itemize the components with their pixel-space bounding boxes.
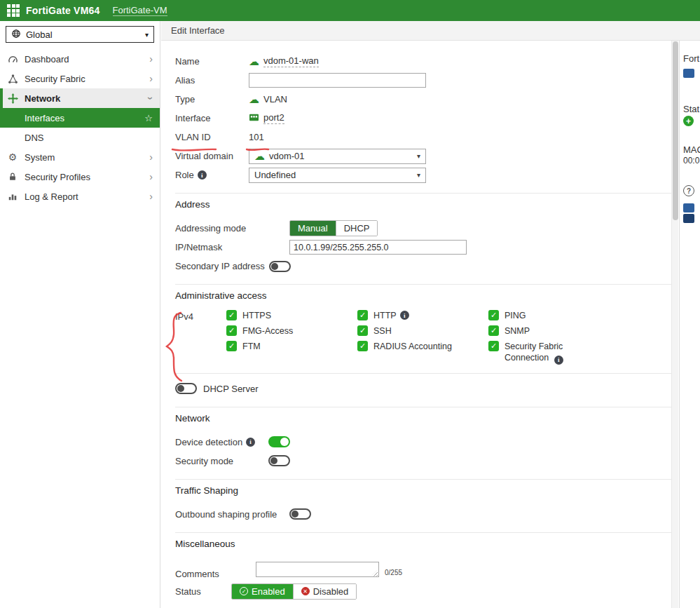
lock-icon: [7, 172, 18, 182]
option-label: HTTP: [373, 310, 397, 321]
dhcp-server-label: DHCP Server: [203, 384, 259, 394]
product-title: FortiGate VM64: [26, 5, 100, 16]
virtual-domain-row: Virtual domain ☁ vdom-01 ▾: [175, 147, 671, 165]
interface-label: Interface: [175, 113, 249, 123]
admin-access-option-fmg-access[interactable]: ✓ FMG-Access: [226, 325, 357, 337]
device-detection-label: Device detection: [175, 437, 242, 447]
comments-label: Comments: [175, 569, 256, 579]
vertical-scrollbar[interactable]: [671, 41, 678, 608]
option-label: FMG-Access: [242, 325, 293, 337]
role-row: Role i Undefined ▾: [175, 165, 671, 184]
type-value: VLAN: [263, 94, 287, 104]
dhcp-server-row: DHCP Server: [175, 379, 671, 398]
bar-chart-icon: [7, 191, 18, 201]
dhcp-server-toggle[interactable]: [175, 383, 197, 394]
ip-netmask-row: IP/Netmask: [175, 238, 671, 257]
right-panel-mac-label: MAC: [683, 144, 700, 155]
interface-value[interactable]: port2: [263, 112, 284, 124]
admin-access-option-radius-accounting[interactable]: ✓ RADIUS Accounting: [357, 341, 488, 352]
fortitelemetry-icon: [683, 69, 694, 78]
option-label: HTTPS: [242, 310, 271, 321]
option-label: FTM: [242, 341, 261, 352]
admin-access-option-ssh[interactable]: ✓ SSH: [357, 325, 488, 337]
role-label: Role: [175, 170, 194, 180]
vdom-selector[interactable]: Global ▾: [6, 26, 154, 43]
favorite-star-icon[interactable]: ☆: [144, 113, 153, 123]
fortinet-logo-icon: [7, 4, 20, 17]
admin-access-option-http[interactable]: ✓ HTTP i: [357, 310, 488, 321]
option-label: RADIUS Accounting: [373, 341, 452, 352]
admin-access-option-ping[interactable]: ✓ PING: [488, 310, 636, 321]
name-value[interactable]: vdom-01-wan: [263, 55, 319, 67]
status-row: Status ✓ Enabled ✕ Disabled: [175, 582, 671, 601]
addressing-mode-dhcp-button[interactable]: DHCP: [336, 221, 378, 236]
sidebar-item-security-fabric[interactable]: Security Fabric ›: [0, 69, 160, 88]
role-select[interactable]: Undefined ▾: [249, 168, 426, 183]
sidebar-item-label: DNS: [25, 133, 43, 143]
checkbox-checked-icon[interactable]: ✓: [226, 341, 237, 351]
checkbox-checked-icon[interactable]: ✓: [357, 310, 368, 320]
network-section-title: Network: [175, 413, 671, 426]
checkbox-checked-icon[interactable]: ✓: [488, 325, 499, 336]
sidebar-item-network[interactable]: Network ›: [0, 88, 160, 108]
admin-access-option-ftm[interactable]: ✓ FTM: [226, 341, 357, 352]
checkbox-checked-icon[interactable]: ✓: [357, 341, 368, 351]
checkbox-checked-icon[interactable]: ✓: [226, 310, 237, 320]
page-title: Edit Interface: [171, 25, 225, 36]
info-icon[interactable]: i: [400, 311, 409, 320]
security-mode-row: Security mode: [175, 452, 671, 471]
checkbox-checked-icon[interactable]: ✓: [488, 310, 499, 320]
sidebar-item-label: Log & Report: [25, 191, 78, 202]
caret-down-icon: ▾: [145, 31, 149, 39]
status-disabled-button[interactable]: ✕ Disabled: [293, 584, 357, 599]
sidebar-item-label: Security Fabric: [25, 74, 85, 84]
vlan-cloud-icon: ☁: [249, 56, 259, 67]
port-icon: [249, 113, 259, 124]
traffic-shaping-section: Traffic Shaping Outbound shaping profile: [175, 479, 671, 524]
alias-input[interactable]: [249, 73, 426, 88]
sidebar-item-security-profiles[interactable]: Security Profiles ›: [0, 167, 160, 187]
option-label: SSH: [373, 325, 392, 337]
type-row: Type ☁ VLAN: [175, 90, 671, 109]
right-info-panel: Fort Stat + MAC 00:0 ?: [679, 41, 700, 608]
help-icon[interactable]: ?: [683, 185, 694, 196]
status-enabled-button[interactable]: ✓ Enabled: [232, 584, 293, 599]
right-panel-mac-value: 00:0: [683, 156, 699, 165]
info-icon[interactable]: i: [554, 356, 563, 365]
info-icon[interactable]: i: [246, 438, 255, 447]
virtual-domain-select[interactable]: ☁ vdom-01 ▾: [249, 149, 426, 164]
admin-access-section-title: Administrative access: [175, 290, 671, 303]
addressing-mode-manual-button[interactable]: Manual: [290, 221, 336, 236]
comments-textarea[interactable]: [256, 562, 379, 577]
admin-access-option-https[interactable]: ✓ HTTPS: [226, 310, 357, 321]
device-detection-toggle[interactable]: [268, 436, 290, 447]
status-segmented: ✓ Enabled ✕ Disabled: [231, 583, 357, 600]
sidebar-item-log-report[interactable]: Log & Report ›: [0, 187, 160, 206]
checkbox-checked-icon[interactable]: ✓: [488, 341, 499, 351]
outbound-shaping-toggle[interactable]: [289, 508, 311, 520]
sidebar-item-interfaces[interactable]: Interfaces ☆: [0, 108, 160, 128]
ipv4-label: IPv4: [175, 310, 226, 365]
checkbox-checked-icon[interactable]: ✓: [226, 325, 237, 336]
device-hostname-link[interactable]: FortiGate-VM: [113, 5, 167, 16]
info-icon[interactable]: i: [198, 170, 207, 180]
chevron-right-icon: ›: [149, 172, 153, 182]
sidebar-item-dashboard[interactable]: Dashboard ›: [0, 49, 160, 69]
right-panel-text: Fort: [683, 53, 699, 64]
globe-icon: [11, 29, 21, 41]
secondary-ip-toggle[interactable]: [269, 261, 291, 272]
admin-access-option-security-fabric-connection[interactable]: ✓ Security Fabric Connection i: [488, 341, 636, 365]
addressing-mode-segmented: Manual DHCP: [289, 220, 378, 236]
vlan-id-value[interactable]: 101: [249, 132, 264, 142]
security-mode-toggle[interactable]: [268, 455, 290, 466]
checkbox-checked-icon[interactable]: ✓: [357, 325, 368, 336]
status-label: Status: [175, 586, 231, 597]
interface-row: Interface port2: [175, 109, 671, 128]
sidebar-item-system[interactable]: ⚙ System ›: [0, 147, 160, 167]
sidebar-item-dns[interactable]: DNS: [0, 128, 160, 147]
ip-netmask-input[interactable]: [289, 240, 467, 255]
sidebar-item-label: Security Profiles: [25, 172, 90, 182]
scrollbar-thumb[interactable]: [673, 41, 678, 220]
disabled-cross-icon: ✕: [301, 587, 310, 595]
admin-access-option-snmp[interactable]: ✓ SNMP: [488, 325, 636, 337]
